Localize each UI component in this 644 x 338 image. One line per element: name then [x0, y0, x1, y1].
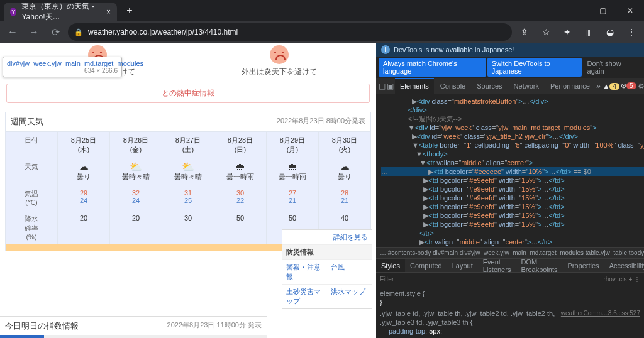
row-label: 降水確率(%)	[6, 210, 58, 244]
dom-node[interactable]: ▼<tr valign="middle" align="center">	[381, 158, 644, 167]
extensions-icon[interactable]: ✦	[558, 23, 576, 41]
close-icon[interactable]: ×	[106, 8, 111, 16]
link-flood[interactable]: 洪水マップ	[327, 284, 372, 308]
devtools-tab-network[interactable]: Network	[509, 78, 544, 94]
styles-tab-properties[interactable]: Properties	[562, 262, 604, 270]
styles-tab-layout[interactable]: Layout	[447, 262, 478, 270]
more-tabs-icon[interactable]: »	[596, 82, 601, 90]
url-text: weather.yahoo.co.jp/weather/jp/13/4410.h…	[88, 28, 238, 36]
dom-node[interactable]: ▶<td bgcolor="#e9eefd" width="15%">…</td…	[381, 202, 644, 211]
dom-node[interactable]: <!--週間の天気-->	[381, 114, 644, 123]
lang-dismiss-button[interactable]: Don't show again	[583, 58, 641, 77]
dom-node[interactable]: ▶<tr valign="middle" align="center">…</t…	[381, 237, 644, 246]
elements-dom-tree[interactable]: ▶<div class="mdheatstrokeButton">…</div>…	[376, 94, 644, 247]
back-button[interactable]: ←	[4, 23, 21, 41]
link-warnings[interactable]: 警報・注意報	[282, 259, 327, 284]
inspect-element-icon[interactable]: ◫	[379, 82, 386, 90]
devtools-tab-elements[interactable]: Elements	[395, 78, 434, 94]
dom-node[interactable]: ▼<table border="1" cellpadding="5" cells…	[381, 141, 644, 150]
dom-node[interactable]: … ▶<td bgcolor="#eeeeee" width="10%">…</…	[381, 167, 644, 176]
styles-tab-dom-breakpoints[interactable]: DOM Breakpoints	[516, 258, 562, 273]
reading-list-icon[interactable]: ▥	[580, 23, 597, 41]
banner-text: DevTools is now available in Japanese!	[394, 46, 514, 53]
day-cell: 8月29日(月)	[267, 132, 319, 158]
disaster-info-box: 詳細を見る 防災情報 警報・注意報台風 土砂災害マップ洪水マップ	[282, 229, 372, 309]
dom-node[interactable]: ▼<tbody>	[381, 150, 644, 158]
inspect-tooltip: div#yjw_week.yjw_main_md.target_modules …	[3, 57, 122, 77]
dom-node[interactable]: ▶<td bgcolor="#e9eefd" width="15%">…</td…	[381, 211, 644, 220]
dom-node[interactable]: </div>	[381, 106, 644, 114]
dom-node[interactable]: ▶<td bgcolor="#e9eefd" width="15%">…</td…	[381, 176, 644, 185]
minimize-button[interactable]: ―	[561, 0, 589, 21]
lang-always-button[interactable]: Always match Chrome's language	[379, 58, 486, 77]
heat-info-link[interactable]: との熱中症情報	[6, 84, 370, 103]
tooltip-selector: div#yjw_week.yjw_main_md.target_modules	[7, 60, 118, 67]
dom-node[interactable]: ▼<div id="yjw_week" class="yjw_main_md t…	[381, 123, 644, 132]
dom-node[interactable]: ▶<td bgcolor="#e9eefd" width="15%">…</td…	[381, 220, 644, 229]
tab-title: 東京（東京）の天気 - Yahoo!天…	[21, 1, 106, 23]
lang-switch-button[interactable]: Switch DevTools to Japanese	[487, 58, 582, 77]
row-label: 天気	[6, 158, 58, 185]
dom-node[interactable]: ▶<td bgcolor="#e9eefd" width="15%">…</td…	[381, 185, 644, 194]
styles-tab-accessibility[interactable]: Accessibility	[604, 262, 644, 270]
index-tab-underline	[0, 335, 267, 338]
index-title: 今日明日の指数情報	[5, 320, 79, 332]
maximize-button[interactable]: ▢	[589, 0, 616, 21]
temp-cell: 2721	[267, 185, 319, 210]
profile-icon[interactable]: ◒	[601, 23, 619, 41]
link-typhoon[interactable]: 台風	[327, 259, 372, 284]
link-landslide[interactable]: 土砂災害マップ	[282, 284, 327, 308]
url-bar[interactable]: 🔒 weather.yahoo.co.jp/weather/jp/13/4410…	[68, 23, 512, 41]
temp-cell: 3022	[214, 185, 267, 210]
settings-icon[interactable]: ⚙	[638, 82, 644, 90]
devtools-tab-console[interactable]: Console	[435, 78, 470, 94]
devtools-tab-sources[interactable]: Sources	[472, 78, 507, 94]
dom-node[interactable]: ▶<div class="mdheatstrokeButton">…</div>	[381, 97, 644, 106]
day-cell: 8月26日(金)	[110, 132, 162, 158]
temp-cell: 2821	[319, 185, 370, 210]
day-cell: 8月30日(火)	[319, 132, 370, 158]
styles-tools[interactable]: :hov .cls + ⋮	[604, 276, 640, 283]
breadcrumb[interactable]: … #contents-body div#main div#yjw_week.y…	[376, 247, 644, 258]
dom-node[interactable]: </tr>	[381, 229, 644, 237]
styles-filter-input[interactable]	[380, 276, 430, 283]
warning-badge[interactable]: ▲4	[603, 82, 619, 90]
pop-cell: 30	[162, 210, 214, 244]
device-toggle-icon[interactable]: ▣	[387, 82, 394, 90]
rule-element-style: element.style {	[380, 290, 425, 297]
styles-tab-computed[interactable]: Computed	[405, 262, 447, 270]
index-timestamp: 2022年8月23日 11時00分 発表	[167, 320, 262, 332]
browser-titlebar: Y 東京（東京）の天気 - Yahoo!天… × + ― ▢ ✕	[0, 0, 644, 21]
weekly-title: 週間天気	[11, 116, 43, 128]
details-link[interactable]: 詳細を見る	[282, 230, 372, 245]
browser-tab[interactable]: Y 東京（東京）の天気 - Yahoo!天… ×	[4, 3, 117, 21]
reload-button[interactable]: ⟳	[47, 23, 64, 41]
new-tab-button[interactable]: +	[121, 2, 138, 19]
css-prop[interactable]: padding-top	[389, 327, 425, 335]
error-badge[interactable]: ⊘5	[621, 82, 636, 90]
temp-cell: 3125	[162, 185, 214, 210]
wx-cell: 🌧曇一時雨	[267, 158, 319, 185]
star-icon[interactable]: ☆	[537, 23, 555, 41]
pop-cell: 50	[214, 210, 267, 244]
css-val[interactable]: 5px	[429, 327, 440, 335]
dom-node[interactable]: ▶<td bgcolor="#e9eefd" width="15%">…</td…	[381, 194, 644, 202]
forward-button[interactable]: →	[25, 23, 43, 41]
rule-source-link[interactable]: weatherComm…3.6.css:527	[561, 309, 640, 318]
devtools-tab-performance[interactable]: Performance	[545, 78, 595, 94]
wx-cell: 🌧曇一時雨	[214, 158, 267, 185]
pop-cell: 20	[58, 210, 110, 244]
close-window-button[interactable]: ✕	[616, 0, 644, 21]
menu-icon[interactable]: ⋮	[623, 23, 640, 41]
day-cell: 8月27日(土)	[162, 132, 214, 158]
styles-tab-event-listeners[interactable]: Event Listeners	[478, 258, 516, 273]
share-icon[interactable]: ⇪	[516, 23, 533, 41]
styles-tab-styles[interactable]: Styles	[376, 259, 405, 272]
page-viewport[interactable]: div#yjw_week.yjw_main_md.target_modules …	[0, 43, 376, 338]
styles-filter-bar: :hov .cls + ⋮	[376, 272, 644, 286]
styles-rules[interactable]: element.style { } weatherComm…3.6.css:52…	[376, 286, 644, 338]
weekly-timestamp: 2022年8月23日 8時00分発表	[277, 116, 365, 128]
wx-cell: ☁曇り	[58, 158, 110, 185]
row-label: 日付	[6, 132, 58, 158]
dom-node[interactable]: ▶<div id="week" class="yjw_title_h2 yjw_…	[381, 132, 644, 141]
